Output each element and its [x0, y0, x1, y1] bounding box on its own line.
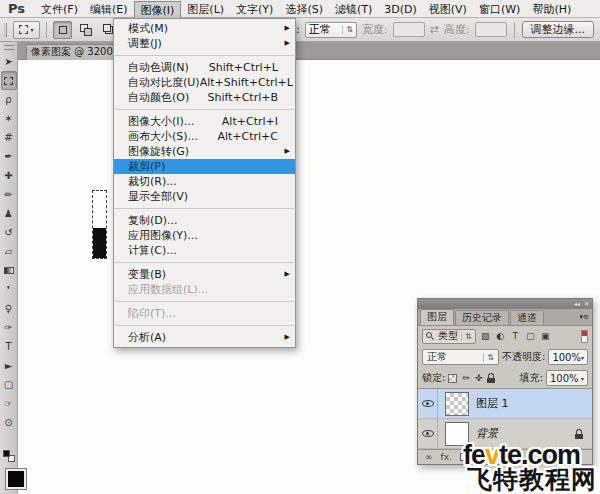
menubar-item-3d[interactable]: 3D(D)	[378, 1, 423, 18]
new-selection-button[interactable]	[53, 21, 72, 39]
filter-smart-objects-icon[interactable]: ▣	[539, 329, 552, 343]
panel-tab-history[interactable]: 历史记录	[455, 310, 509, 325]
height-input[interactable]	[475, 22, 507, 37]
history-brush-tool[interactable]: ↺	[1, 223, 17, 242]
menu-item-reveal-all[interactable]: 显示全部(V)	[114, 189, 295, 204]
layer-style-icon[interactable]: fx.	[441, 453, 452, 462]
menubar-item-view[interactable]: 视图(V)	[423, 1, 473, 18]
toolbar-grip[interactable]	[4, 45, 14, 50]
magic-wand-tool[interactable]: ✶	[1, 109, 17, 128]
filtering-toggle[interactable]	[581, 330, 588, 343]
add-to-selection-button[interactable]	[76, 21, 95, 39]
visibility-cell[interactable]	[418, 389, 438, 418]
menu-item-duplicate[interactable]: 复制(D)...	[114, 213, 295, 228]
add-to-selection-icon	[84, 28, 92, 36]
brush-tool[interactable]: ✏	[1, 185, 17, 204]
menu-item-shortcut: Alt+Ctrl+C	[217, 129, 278, 144]
refine-edge-button[interactable]: 调整边缘...	[522, 21, 595, 38]
blur-tool[interactable]: ❜	[1, 280, 17, 299]
filter-pixel-layers-icon[interactable]: ▨	[479, 329, 492, 343]
filter-adjustment-layers-icon[interactable]: ◐	[494, 329, 507, 343]
eyedropper-tool[interactable]: ✒	[1, 147, 17, 166]
eye-icon	[422, 400, 434, 407]
pen-tool[interactable]: ✑	[1, 318, 17, 337]
menu-item-auto-color[interactable]: 自动颜色(O)Shift+Ctrl+B	[114, 90, 295, 105]
rectangular-marquee-tool[interactable]	[1, 71, 17, 90]
close-panel-icon[interactable]: ✕	[584, 301, 589, 307]
crop-tool[interactable]: #	[1, 128, 17, 147]
filter-type-layers-icon[interactable]: T	[509, 329, 522, 343]
tool-preset-button[interactable]: ▾	[13, 21, 40, 39]
menu-item-trim[interactable]: 裁切(R)...	[114, 174, 295, 189]
menubar-item-file[interactable]: 文件(F)	[35, 1, 84, 18]
menubar-item-layer[interactable]: 图层(L)	[181, 1, 230, 18]
divider	[46, 22, 47, 38]
path-selection-tool[interactable]: ►	[1, 356, 17, 375]
options-bar-grip[interactable]	[4, 23, 7, 37]
menu-item-canvas-size[interactable]: 画布大小(S)...Alt+Ctrl+C	[114, 129, 295, 144]
menu-item-variables[interactable]: 变量(B)▶	[114, 267, 295, 282]
menu-item-auto-contrast[interactable]: 自动对比度(U)Alt+Shift+Ctrl+L	[114, 75, 295, 90]
panel-tab-channels[interactable]: 通道	[510, 310, 544, 325]
filter-shape-layers-icon[interactable]: ▢	[524, 329, 537, 343]
menu-item-apply-image[interactable]: 应用图像(Y)...	[114, 228, 295, 243]
menu-item-image-size[interactable]: 图像大小(I)...Alt+Ctrl+I	[114, 114, 295, 129]
menu-separator	[115, 109, 294, 110]
dropdown-arrow-icon: ▾	[581, 354, 584, 361]
style-select[interactable]: 正常 ⇅	[305, 22, 357, 38]
layer-thumbnail[interactable]	[445, 392, 469, 416]
lock-image-pixels-icon[interactable]: ✏	[462, 374, 470, 383]
layer-row-layer-1[interactable]: 图层 1	[418, 389, 592, 419]
opacity-combo[interactable]: 100% ▾	[548, 349, 588, 365]
swap-dimensions-icon[interactable]: ⇄	[430, 23, 439, 36]
lock-transparent-pixels-icon[interactable]	[448, 374, 457, 383]
menu-item-auto-tone[interactable]: 自动色调(N)Shift+Ctrl+L	[114, 60, 295, 75]
menu-item-label: 复制(D)...	[128, 213, 178, 228]
menu-item-crop[interactable]: 裁剪(P)	[114, 159, 295, 174]
type-tool[interactable]: T	[1, 337, 17, 356]
fill-value: 100%	[550, 373, 579, 384]
document-tab[interactable]: 像素图案 @ 3200%	[26, 44, 114, 60]
panel-tab-layers[interactable]: 图层	[420, 309, 454, 325]
dodge-tool[interactable]: ♀	[1, 299, 17, 318]
lock-position-icon[interactable]: ✜	[475, 374, 483, 383]
zoom-tool[interactable]: ⊙	[1, 413, 17, 432]
filter-kind-select[interactable]: 类型 ⇅	[422, 329, 476, 344]
menu-item-calculations[interactable]: 计算(C)...	[114, 243, 295, 258]
fill-combo[interactable]: 100% ▾	[546, 370, 588, 386]
width-input[interactable]	[393, 22, 425, 37]
eraser-tool[interactable]: ▱	[1, 242, 17, 261]
default-colors-icon[interactable]	[3, 450, 15, 462]
menu-item-adjustments[interactable]: 调整(J)▶	[114, 36, 295, 51]
menu-item-apply-data-set: 应用数据组(L)...	[114, 282, 295, 297]
opacity-value: 100%	[552, 352, 581, 363]
blend-mode-select[interactable]: 正常 ⇅	[422, 349, 499, 365]
shape-tool[interactable]: ▢	[1, 375, 17, 394]
menu-item-image-rotation[interactable]: 图像旋转(G)▶	[114, 144, 295, 159]
healing-brush-tool[interactable]: ✚	[1, 166, 17, 185]
photoshop-logo: Ps	[0, 1, 35, 16]
link-layers-icon[interactable]: ∞	[425, 453, 433, 462]
visibility-cell[interactable]	[418, 419, 438, 448]
menubar-item-filter[interactable]: 滤镜(T)	[329, 1, 378, 18]
gradient-tool[interactable]	[1, 261, 17, 280]
menu-item-analysis[interactable]: 分析(A)▶	[114, 330, 295, 345]
panel-menu-icon[interactable]: ▾≡	[580, 313, 589, 321]
menubar-item-edit[interactable]: 编辑(E)	[84, 1, 134, 18]
menubar-item-type[interactable]: 文字(Y)	[230, 1, 279, 18]
clone-stamp-tool[interactable]: ♟	[1, 204, 17, 223]
menu-item-label: 自动对比度(U)	[128, 75, 200, 90]
hand-tool[interactable]: ☞	[1, 394, 17, 413]
menubar-item-window[interactable]: 窗口(W)	[473, 1, 526, 18]
collapse-panel-icon[interactable]: ◂◂	[574, 301, 580, 307]
menubar-item-select[interactable]: 选择(S)	[279, 1, 329, 18]
move-tool[interactable]: ➤	[1, 52, 17, 71]
foreground-color-swatch[interactable]	[5, 468, 27, 490]
stepper-icon: ⇅	[461, 332, 472, 341]
menu-item-mode[interactable]: 模式(M)▶	[114, 21, 295, 36]
panel-title-bar[interactable]: ◂◂ ✕	[418, 299, 592, 309]
menubar-item-image[interactable]: 图像(I)	[134, 1, 182, 18]
lasso-tool[interactable]: ρ	[1, 90, 17, 109]
lock-all-icon[interactable]	[487, 373, 495, 383]
menubar-item-help[interactable]: 帮助(H)	[526, 1, 577, 18]
